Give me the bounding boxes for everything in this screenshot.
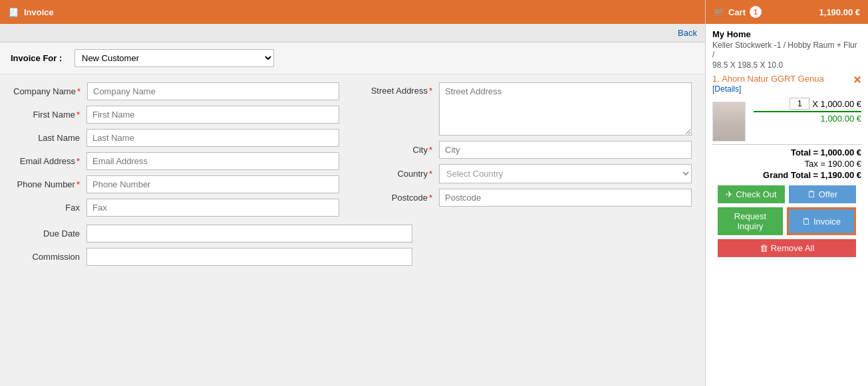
form-left-col: Company Name* First Name* Last Name <box>13 82 339 222</box>
main-area: 🧾 Invoice Back Invoice For : New Custome… <box>0 0 705 386</box>
product-item: 1. Ahorn Natur GGRT Genua [Details] ✕ <box>712 74 861 94</box>
first-name-input[interactable] <box>86 106 339 124</box>
cart-location-sub: Keller Stockwerk -1 / Hobby Raum + Flur … <box>712 41 861 59</box>
cart-total: 1,190.00 € <box>819 7 860 17</box>
city-label: City* <box>366 145 439 155</box>
city-input[interactable] <box>439 141 692 159</box>
due-date-row: Due Date <box>13 225 692 242</box>
tax-row: Tax = 190.00 € <box>712 159 861 169</box>
invoice-btn-icon: 🗒 <box>802 217 811 227</box>
product-pricing: X 1,000.00 € 1,000.00 € <box>750 98 861 129</box>
divider <box>712 144 861 145</box>
remove-all-button[interactable]: 🗑 Remove All <box>718 239 856 257</box>
bottom-rows: Due Date Commission <box>13 225 692 266</box>
phone-input[interactable] <box>86 175 339 193</box>
company-name-label: Company Name* <box>13 86 87 96</box>
email-input[interactable] <box>86 152 339 170</box>
street-address-input[interactable] <box>439 82 692 136</box>
button-row-2: Request Inquiry 🗒 Invoice <box>712 207 861 235</box>
trash-icon: 🗑 <box>760 243 768 253</box>
offer-icon: 🗒 <box>807 189 816 199</box>
product-qty-price: X 1,000.00 € <box>812 99 861 109</box>
checkout-icon: ✈ <box>726 189 733 199</box>
email-row: Email Address* <box>13 152 339 170</box>
country-select[interactable]: Select Country <box>439 164 692 183</box>
back-bar: Back <box>0 24 705 43</box>
due-date-input[interactable] <box>86 225 412 242</box>
country-label: Country* <box>366 169 439 179</box>
product-subtotal-row: 1,000.00 € <box>754 111 861 124</box>
product-details-link[interactable]: [Details] <box>712 84 741 94</box>
cart-location-size: 98.5 X 198.5 X 10.0 <box>712 60 861 70</box>
phone-row: Phone Number* <box>13 175 339 193</box>
cart-icon: 🛒 <box>714 7 724 17</box>
sidebar-header: 🛒 Cart 1 1,190.00 € <box>706 0 868 24</box>
invoice-for-label: Invoice For : <box>11 53 64 63</box>
sidebar: 🛒 Cart 1 1,190.00 € My Home Keller Stock… <box>705 0 868 386</box>
checkout-button[interactable]: ✈ Check Out <box>718 185 785 203</box>
first-name-row: First Name* <box>13 106 339 124</box>
back-link[interactable]: Back <box>678 28 697 38</box>
page-header: 🧾 Invoice <box>0 0 705 24</box>
product-qty-input[interactable] <box>790 98 809 110</box>
email-label: Email Address* <box>13 156 86 166</box>
phone-label: Phone Number* <box>13 179 86 189</box>
street-address-row: Street Address* <box>366 82 692 136</box>
form-area: Company Name* First Name* Last Name <box>0 74 705 386</box>
invoice-for-select[interactable]: New Customer Existing Customer <box>74 49 274 67</box>
commission-row: Commission <box>13 248 692 266</box>
sidebar-header-left: 🛒 Cart 1 <box>714 6 762 18</box>
invoice-for-row: Invoice For : New Customer Existing Cust… <box>0 43 705 74</box>
last-name-label: Last Name <box>13 133 86 143</box>
total-row: Total = 1,000.00 € <box>712 147 861 157</box>
product-link[interactable]: 1. Ahorn Natur GGRT Genua <box>712 74 824 84</box>
postcode-input[interactable] <box>439 189 692 207</box>
sidebar-body: My Home Keller Stockwerk -1 / Hobby Raum… <box>706 24 868 386</box>
last-name-row: Last Name <box>13 129 339 147</box>
first-name-label: First Name* <box>13 110 86 120</box>
offer-button[interactable]: 🗒 Offer <box>789 185 856 203</box>
invoice-icon: 🧾 <box>8 7 19 17</box>
postcode-row: Postcode* <box>366 189 692 207</box>
commission-input[interactable] <box>86 248 412 266</box>
form-right-col: Street Address* City* Country* <box>366 82 692 222</box>
last-name-input[interactable] <box>86 129 339 147</box>
street-address-label: Street Address* <box>366 82 439 96</box>
request-inquiry-button[interactable]: Request Inquiry <box>718 207 783 235</box>
commission-label: Commission <box>13 252 86 262</box>
cart-label: Cart <box>728 7 746 17</box>
cart-location-title: My Home <box>712 29 861 39</box>
due-date-label: Due Date <box>13 229 86 239</box>
page-title: Invoice <box>24 7 54 17</box>
country-row: Country* Select Country <box>366 164 692 183</box>
button-row-1: ✈ Check Out 🗒 Offer <box>712 185 861 203</box>
grand-total-row: Grand Total = 1,190.00 € <box>712 170 861 180</box>
cart-count: 1 <box>750 6 762 18</box>
product-qty-row: X 1,000.00 € <box>754 98 861 110</box>
company-name-row: Company Name* <box>13 82 339 100</box>
form-grid: Company Name* First Name* Last Name <box>13 82 692 222</box>
fax-label: Fax <box>13 203 86 213</box>
product-image <box>712 102 746 142</box>
invoice-button[interactable]: 🗒 Invoice <box>787 207 856 235</box>
fax-input[interactable] <box>86 199 339 217</box>
city-row: City* <box>366 141 692 159</box>
product-remove-icon[interactable]: ✕ <box>853 74 861 86</box>
postcode-label: Postcode* <box>366 193 439 203</box>
fax-row: Fax <box>13 199 339 217</box>
company-name-input[interactable] <box>87 82 339 100</box>
product-info: 1. Ahorn Natur GGRT Genua [Details] <box>712 74 850 94</box>
